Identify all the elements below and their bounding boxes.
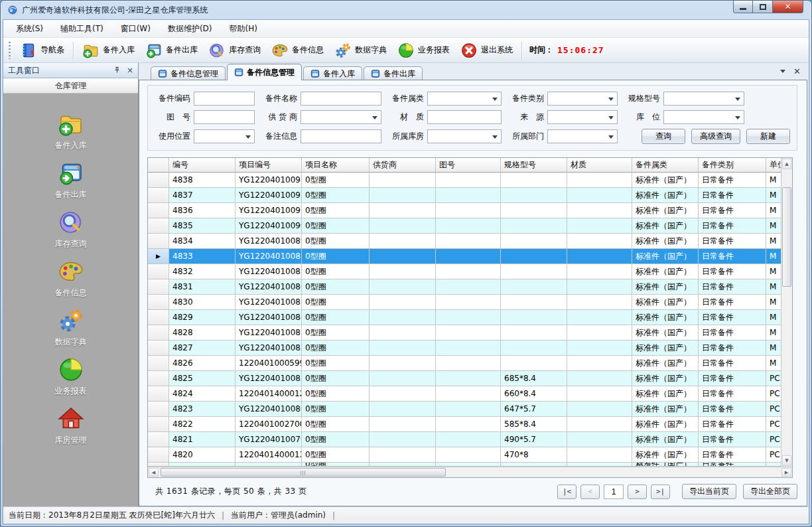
drawing-no-input[interactable] (194, 110, 255, 124)
supplier-combobox[interactable] (301, 110, 381, 124)
material-input[interactable] (427, 110, 502, 124)
column-header-图号[interactable]: 图号 (436, 158, 501, 173)
sidebar-item-warehouse-manage[interactable]: 库房管理 (55, 406, 87, 446)
toolbar-exit-system-button[interactable]: 退出系统 (455, 40, 518, 61)
column-header-编号[interactable]: 编号 (169, 158, 236, 173)
cell (370, 249, 436, 264)
spec-model-combobox[interactable] (663, 92, 744, 106)
sidebar-item-business-report[interactable]: 业务报表 (55, 356, 87, 397)
close-button[interactable]: ✕ (773, 1, 803, 13)
tab-parts-outbound[interactable]: 备件出库 (364, 66, 423, 80)
part-category-combobox[interactable] (427, 92, 502, 106)
column-header-规格型号[interactable]: 规格型号 (501, 158, 567, 173)
part-code-input[interactable] (194, 92, 255, 106)
scroll-left-icon[interactable]: ◀ (149, 468, 159, 477)
maximize-icon (760, 4, 766, 10)
scroll-right-icon[interactable]: ▶ (781, 468, 791, 477)
table-row[interactable]: 4829YG122040100840型圈标准件（国产）日常备件M (148, 310, 781, 325)
table-row[interactable]: 4835YG122040100900型圈标准件（国产）日常备件M (148, 218, 781, 234)
advanced-query-button[interactable]: 高级查询 (691, 129, 740, 144)
menu-system[interactable]: 系统(S) (7, 20, 52, 38)
query-button[interactable]: 查询 (642, 129, 685, 144)
export-all-pages-button[interactable]: 导出全部页 (743, 484, 797, 499)
sidebar-item-inventory-query[interactable]: 库存查询 (55, 209, 87, 250)
sidebar-item-parts-outbound[interactable]: 备件出库 (55, 160, 87, 200)
menu-aux-tools[interactable]: 辅助工具(T) (52, 20, 112, 38)
next-page-button[interactable]: > (628, 485, 647, 499)
tab-parts-info-manage-2[interactable]: 备件信息管理 (227, 64, 302, 80)
tab-close-icon[interactable]: ✕ (793, 67, 801, 76)
maximize-button[interactable] (753, 1, 773, 13)
table-row[interactable]: 4837YG122040100920型圈标准件（国产）日常备件M (148, 188, 781, 203)
department-combobox[interactable] (547, 129, 618, 143)
scroll-up-icon[interactable]: ▲ (782, 159, 791, 169)
cell: M (766, 340, 781, 356)
window-body: 系统(S)辅助工具(T)窗口(W)数据维护(D)帮助(H) 导航条备件入库备件出… (3, 19, 809, 524)
table-row[interactable]: 4828YG122040100830型圈标准件（国产）日常备件M (148, 325, 781, 340)
toolbar-grip[interactable] (9, 42, 11, 59)
table-row[interactable]: 4832YG122040100870型圈标准件（国产）日常备件M (148, 264, 781, 279)
first-page-button[interactable]: |< (557, 485, 576, 499)
column-header-供货商[interactable]: 供货商 (370, 158, 436, 173)
table-row[interactable]: 482212204010027000型圈585*8.4标准件（国产）日常备件PC (148, 417, 781, 432)
page-number-input[interactable] (604, 485, 624, 499)
toolbar-business-report-button[interactable]: 业务报表 (392, 40, 455, 61)
sidebar-group-header[interactable]: 仓库管理 (3, 78, 138, 94)
column-header-单位[interactable]: 单位 (766, 158, 781, 173)
table-row[interactable]: 4827YG122040100820型圈标准件（国产）日常备件M (148, 340, 781, 356)
vscroll-thumb[interactable] (782, 187, 791, 287)
column-header-材质[interactable]: 材质 (567, 158, 632, 173)
table-row[interactable]: 4831YG122040100860型圈标准件（国产）日常备件M (148, 279, 781, 295)
column-header-备件类别[interactable]: 备件类别 (699, 158, 766, 173)
toolbar-parts-inbound-button[interactable]: 备件入库 (77, 40, 140, 61)
menu-help[interactable]: 帮助(H) (221, 20, 266, 38)
toolbar-data-dictionary-button[interactable]: 数据字典 (329, 40, 392, 61)
column-header-备件属类[interactable]: 备件属类 (632, 158, 699, 173)
table-row[interactable]: 4836YG122040100910型圈标准件（国产）日常备件M (148, 203, 781, 218)
table-row[interactable]: 4834YG122040100890型圈标准件（国产）日常备件M (148, 234, 781, 249)
pin-icon[interactable] (113, 66, 121, 76)
row-indicator (148, 295, 169, 310)
usage-position-combobox[interactable] (194, 129, 255, 143)
sidebar-close-icon[interactable]: × (127, 66, 133, 74)
new-button[interactable]: 新建 (746, 129, 790, 144)
sidebar-item-parts-inbound[interactable]: 备件入库 (55, 111, 87, 151)
export-current-page-button[interactable]: 导出当前页 (682, 484, 736, 499)
table-row[interactable]: 482612204010005990型圈标准件（国产）日常备件M (148, 356, 781, 371)
source-combobox[interactable] (547, 110, 618, 124)
hscroll-thumb[interactable] (161, 468, 446, 477)
table-row[interactable]: ▶4833YG122040100880型圈标准件（国产）日常备件M (148, 249, 781, 264)
table-row[interactable]: 4838YG122040100930型圈标准件（国产）日常备件M (148, 173, 781, 188)
horizontal-scrollbar: ◀ ▶ (148, 467, 792, 477)
prev-page-button[interactable]: < (580, 485, 600, 499)
table-row[interactable]: 4821YG122040100790型圈490*5.7标准件（国产）日常备件PC (148, 432, 781, 447)
remark-input[interactable] (301, 129, 381, 143)
warehouse-combobox[interactable] (427, 129, 502, 143)
menu-data-maintenance[interactable]: 数据维护(D) (159, 20, 221, 38)
scroll-down-icon[interactable]: ▼ (782, 455, 791, 466)
content-area: 工具窗口 × 仓库管理 备件入库备件出库库存查询备件信息数据字典业务报表库房管理… (3, 63, 809, 506)
tab-parts-info-manage-1[interactable]: 备件信息管理 (151, 66, 226, 80)
part-type-combobox[interactable] (547, 92, 618, 106)
tab-parts-inbound[interactable]: 备件入库 (303, 66, 362, 80)
sidebar-item-data-dictionary[interactable]: 数据字典 (55, 307, 87, 348)
table-row[interactable]: 482012204014000130型圈470*8标准件（国产）日常备件PC (148, 447, 781, 463)
table-row[interactable]: 4823YG122040100800型圈647*5.7标准件（国产）日常备件PC (148, 402, 781, 417)
cell: YG12204010089 (236, 234, 302, 249)
part-name-input[interactable] (301, 92, 381, 106)
menu-window[interactable]: 窗口(W) (112, 20, 159, 38)
table-row[interactable]: 4825YG122040100810型圈685*8.4标准件（国产）日常备件PC (148, 371, 781, 386)
sidebar-item-parts-info[interactable]: 备件信息 (55, 258, 87, 299)
toolbar-parts-outbound-button[interactable]: 备件出库 (140, 40, 203, 61)
column-header-项目编号[interactable]: 项目编号 (236, 158, 302, 173)
table-row[interactable]: 482412204014000120型圈660*8.4标准件（国产）日常备件PC (148, 386, 781, 402)
toolbar-parts-info-button[interactable]: 备件信息 (266, 40, 329, 61)
table-row[interactable]: 4830YG122040100850型圈标准件（国产）日常备件M (148, 295, 781, 310)
last-page-button[interactable]: >| (651, 485, 670, 499)
toolbar-inventory-query-button[interactable]: 库存查询 (203, 40, 266, 61)
tab-list-chevron-down-icon[interactable] (780, 70, 785, 76)
toolbar-nav-bar-button[interactable]: 导航条 (15, 40, 70, 61)
minimize-button[interactable] (733, 1, 753, 13)
storage-location-combobox[interactable] (663, 110, 744, 124)
column-header-项目名称[interactable]: 项目名称 (302, 158, 370, 173)
